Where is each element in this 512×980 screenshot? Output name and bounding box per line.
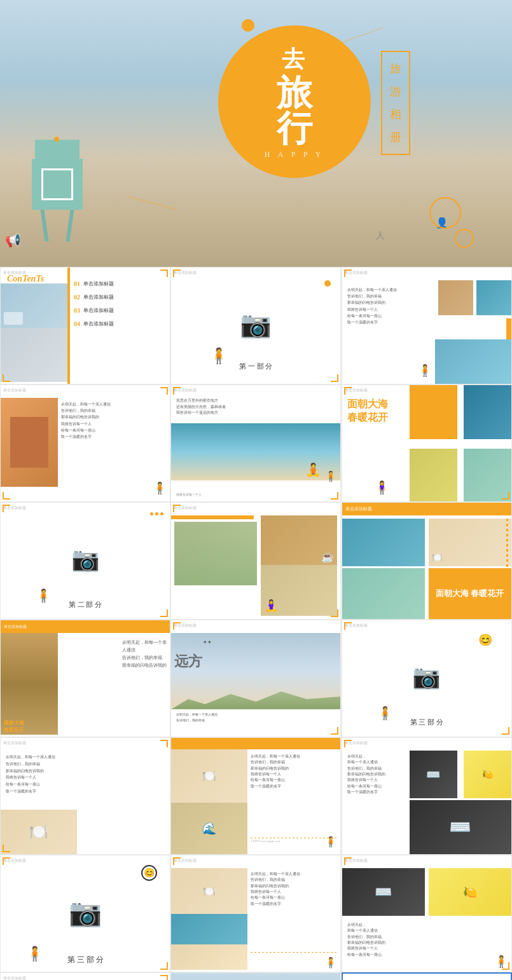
lfppt-content: LFPPT网提供 www.LFPPT.com bbox=[343, 974, 511, 980]
lfppt-credit: LFPPT.www.ljppt.com bbox=[251, 840, 280, 843]
stick-girl-r2-3: 🧍‍♀️ bbox=[374, 480, 390, 495]
contents-extra-photo bbox=[1, 328, 67, 382]
orange-hdr-r4-1: 单击添加标题 bbox=[1, 620, 170, 633]
photo-wall-r2 bbox=[1, 398, 58, 487]
slide-r5-1: 单击添加标题 从明天起，和每一个亲人通信告诉他们，我的幸福那幸福的闪电告诉我的我… bbox=[0, 737, 170, 855]
text-r6-2: 从明天起，和每一个亲人通信告诉他们，我的幸福那幸福的闪电告诉我的我将告诉每一个人… bbox=[251, 871, 337, 907]
photo-r6-2a: 🍽️ bbox=[171, 868, 247, 914]
text-r5-2: 从明天起，和每一个亲人通信告诉他们，我的幸福那幸福的闪电告诉我的我将告诉每一个人… bbox=[251, 754, 337, 789]
slide-r2-1: 单击添加标题 从明天起，和每一个亲人通信告诉他们，我的幸福那幸福的闪电告诉我的我… bbox=[0, 385, 170, 502]
slide-r7-1: 单击添加标题 从明天起，和每一个亲人通信告诉他们，我的幸福那幸福的闪电告诉我的我… bbox=[0, 972, 170, 980]
photo-sea-r3-3 bbox=[342, 519, 425, 566]
photo-r6-2b bbox=[171, 914, 247, 944]
corner-tl-s3 bbox=[344, 622, 352, 630]
section-2-label: 第 二 部 分 bbox=[69, 600, 102, 609]
cover-title-top: 去 bbox=[282, 44, 307, 75]
contents-item-4: 04 单击添加标题 bbox=[74, 320, 167, 327]
row-4: 单击添加标题 单击添加标题 从明天起，和每一个亲人通信告诉他们，我的幸福那幸福的… bbox=[0, 620, 512, 737]
row-5: 单击添加标题 从明天起，和每一个亲人通信告诉他们，我的幸福那幸福的闪电告诉我的我… bbox=[0, 737, 512, 855]
contents-slide: 单击添加标题 ConTenTs 01 单击添加标题 02 单击添加标题 03 单… bbox=[0, 267, 170, 385]
accent-text-r3-3: 面朝大海 春暖花开 bbox=[429, 568, 511, 619]
cover-subtitle-box: 旅 游 相 册 bbox=[381, 51, 410, 155]
wavy-r5-2 bbox=[251, 838, 337, 838]
corner-tl-s1 bbox=[173, 269, 181, 277]
corner-br-r6-3 bbox=[502, 962, 509, 970]
corner-br-sb bbox=[160, 962, 168, 970]
section-3-text: 第 三 部 分 bbox=[410, 718, 443, 727]
corner-br-s2 bbox=[160, 609, 168, 617]
cover-slide: 👤 去 旅 行 H A P P Y 旅 游 相 册 📢 人 bbox=[0, 0, 512, 267]
corner-bl-1 bbox=[3, 374, 10, 382]
contents-item-1: 01 单击添加标题 bbox=[74, 280, 167, 287]
slide-r7-2: 待续 旅行中 bbox=[170, 972, 341, 980]
collage-r2-3 bbox=[410, 385, 511, 502]
corner-bl-r5-1 bbox=[3, 845, 10, 852]
photo-c4 bbox=[410, 449, 457, 502]
section-1-label: 第 一 部 分 bbox=[239, 362, 272, 371]
text-r2-2b: 我将告诉每一个人 bbox=[176, 493, 335, 496]
text-r2-2: 意思在万里外的那些地方还有美丽的大自然，森林或者我告诉你一个遥远的地方 bbox=[176, 398, 335, 416]
contents-list: 01 单击添加标题 02 单击添加标题 03 单击添加标题 04 单击添加标题 bbox=[74, 280, 167, 327]
speaker-icon: 📢 bbox=[5, 233, 21, 248]
cover-title-mid: 旅 bbox=[277, 75, 312, 111]
photo-food-r3-3: 🍽️ bbox=[429, 519, 511, 566]
num-01: 01 bbox=[74, 280, 80, 287]
cover-happy: H A P P Y bbox=[265, 150, 324, 160]
section-2-slide: 单击添加标题 📷 🧍 第 二 部 分 bbox=[0, 502, 170, 620]
camera-icon-3: 📷 bbox=[412, 664, 441, 690]
section-1-slide: 单击添加标题 📷 🧍 第 一 部 分 bbox=[170, 267, 341, 385]
label-04: 单击添加标题 bbox=[83, 320, 114, 327]
photo-beach-r2: 🧘 bbox=[171, 423, 340, 480]
text-r4-1: 从明天起，和每一个亲人通信告诉他们，我的幸福那幸福的闪电告诉我的 bbox=[122, 639, 167, 670]
slide-tag-r5-1: 单击添加标题 bbox=[3, 740, 26, 746]
orange-dot-s1 bbox=[324, 280, 331, 287]
corner-tl-r6-2 bbox=[173, 857, 181, 865]
lfppt-slide: LFPPT网提供 www.LFPPT.com bbox=[342, 972, 512, 980]
photo-grid-1 bbox=[435, 280, 511, 318]
accent-r4-1: 最新大海春暖花开 bbox=[4, 719, 109, 733]
wavy-deco-r3-3 bbox=[506, 519, 508, 601]
corner-tl-p1 bbox=[344, 269, 352, 277]
photo-grid-r3-3: 🍽️ 面朝大海 春暖花开 bbox=[342, 519, 511, 619]
slide-r3-2: 单击添加标题 ☕ 🧘‍♀️ bbox=[170, 502, 341, 620]
stick-figure-s3: 🧍 bbox=[377, 705, 393, 721]
photos-top-r6-3: ⌨️ 🍋 bbox=[342, 868, 511, 916]
photo-yellow-r5-3: 🍋 bbox=[464, 751, 511, 798]
row-7: 单击添加标题 从明天起，和每一个亲人通信告诉他们，我的幸福那幸福的闪电告诉我的我… bbox=[0, 972, 512, 980]
smiley-s3: 😊 bbox=[478, 633, 492, 647]
contents-beach-photo bbox=[1, 283, 67, 328]
section-1-text: 第 一 部 分 bbox=[239, 362, 272, 371]
stick-figure-p1: 🧍 bbox=[418, 364, 432, 378]
stick-figure-r2-1: 🧍 bbox=[153, 481, 167, 495]
slide-photo-text-1: 单击添加标题 从明天起，和每一个亲人通信告诉他们，我的幸福那幸福的闪电告诉我的我… bbox=[342, 267, 512, 385]
section-big-label: 第 三 部 分 bbox=[67, 955, 104, 965]
corner-tl-r4-2 bbox=[173, 622, 181, 630]
cover-subtitle: 旅 游 相 册 bbox=[390, 57, 401, 149]
text-r4-2: 从明天起，和每一个亲人通信告诉他们，我的幸福 bbox=[176, 712, 335, 723]
beach-tower bbox=[32, 140, 83, 242]
photo-r6-3a: ⌨️ bbox=[342, 868, 425, 916]
accent-ocean: 面朝大海春暖花开 bbox=[347, 398, 388, 425]
text-content-1: 从明天起，和每一个亲人通信告诉他们，我的幸福那幸福的闪电告诉我的我将告诉每一个人… bbox=[347, 287, 429, 325]
label-02: 单击添加标题 bbox=[83, 294, 114, 301]
camera-icon-big: 📷 bbox=[69, 897, 102, 928]
photo-far-r4-2: ✦✦ 远方 bbox=[171, 633, 340, 709]
text-r6-3: 从明天起，和每一个亲人通信告诉他们，我的幸福那幸福的闪电告诉我的我将告诉每一个人… bbox=[347, 922, 506, 958]
row-6: 单击添加标题 📷 🧍 第 三 部 分 😊 单击添加标题 🍽️ 从明天起，和每一个… bbox=[0, 855, 512, 972]
row-2: 单击添加标题 从明天起，和每一个亲人通信告诉他们，我的幸福那幸福的闪电告诉我的我… bbox=[0, 385, 512, 502]
photo-keyboard-r5-3: ⌨️ bbox=[410, 800, 511, 854]
slide-r6-2: 单击添加标题 🍽️ 从明天起，和每一个亲人通信告诉他们，我的幸福那幸福的闪电告诉… bbox=[170, 855, 341, 972]
slide-tag-r7-1: 单击添加标题 bbox=[3, 976, 26, 980]
corner-tl-r6-3 bbox=[344, 857, 352, 865]
contents-item-2: 02 单击添加标题 bbox=[74, 294, 167, 301]
section-3-label: 第 三 部 分 bbox=[410, 718, 443, 727]
contents-title-text: ConTenTs bbox=[7, 274, 44, 284]
deco-circle-2 bbox=[455, 229, 474, 248]
num-02: 02 bbox=[74, 294, 80, 301]
photos-left-r6-2: 🍽️ bbox=[171, 868, 247, 970]
photo-r6-2c bbox=[171, 944, 247, 970]
text-r5-3: 从明天起，和每一个亲人通信告诉他们，我的幸福那幸福的闪电告诉我的我将告诉每一个人… bbox=[347, 754, 403, 795]
cover-title-bot: 行 bbox=[277, 111, 312, 146]
contents-item-3: 03 单击添加标题 bbox=[74, 307, 167, 314]
corner-tl-r2-2 bbox=[173, 387, 181, 395]
